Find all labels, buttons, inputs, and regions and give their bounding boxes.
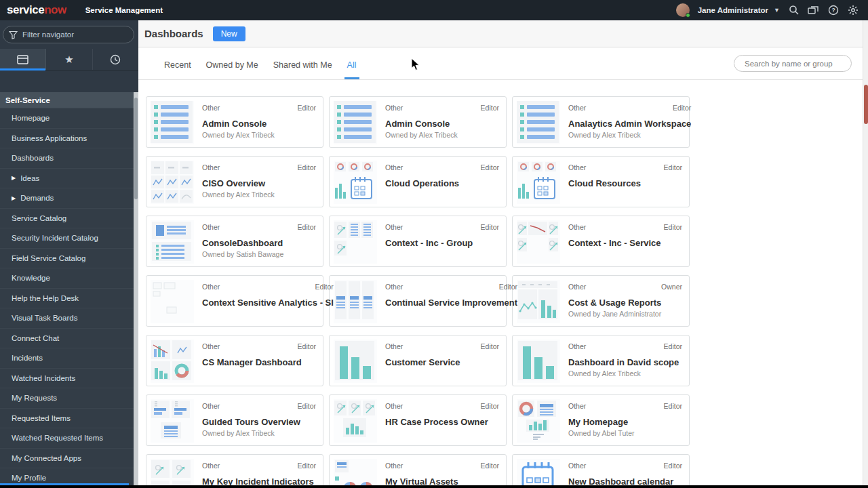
dashboard-card-cs-manager-dashboard[interactable]: OtherEditorCS Manager Dashboard <box>146 335 323 386</box>
sidebar-item-demands[interactable]: ▶Demands <box>0 188 134 209</box>
card-category: Other <box>568 462 586 470</box>
sidebar-item-watched-requested-items[interactable]: Watched Requested Items <box>0 428 134 449</box>
sidebar-item-knowledge[interactable]: Knowledge <box>0 268 134 289</box>
dashboard-card-ciso-overview[interactable]: OtherEditorCISO OverviewOwned by Alex Tr… <box>146 156 323 207</box>
card-role-badge: Editor <box>481 163 499 171</box>
dashboard-card-my-virtual-assets[interactable]: OtherEditorMy Virtual Assets <box>329 454 507 488</box>
svg-text:?: ? <box>831 7 835 14</box>
user-avatar[interactable] <box>676 3 690 17</box>
sidebar-item-label: Help the Help Desk <box>12 294 79 302</box>
dashboard-thumbnail-list-icon <box>151 101 194 144</box>
sidebar-item-label: Requested Items <box>12 414 71 422</box>
sidebar-item-connect-chat[interactable]: Connect Chat <box>0 329 134 349</box>
sidebar-item-field-service-catalog[interactable]: Field Service Catalog <box>0 249 134 269</box>
sidebar-tab-history[interactable] <box>93 49 138 70</box>
dashboard-card-admin-console[interactable]: OtherEditorAdmin ConsoleOwned by Alex Tr… <box>329 96 507 148</box>
sidebar-item-business-applications[interactable]: Business Applications <box>0 129 134 149</box>
dashboard-thumbnail-donut-cal-icon <box>334 161 377 204</box>
search-icon[interactable] <box>788 5 800 16</box>
sidebar-item-requested-items[interactable]: Requested Items <box>0 409 134 429</box>
dashboard-card-hr-case-process-owner[interactable]: OtherEditorHR Case Process Owner <box>329 394 507 446</box>
help-icon[interactable]: ? <box>827 5 839 16</box>
sidebar-item-label: Ideas <box>20 174 39 182</box>
card-title: Context Sensitive Analytics - SI <box>202 298 334 308</box>
card-title: Cloud Operations <box>385 178 499 188</box>
dashboard-card-new-dashboard-calendar[interactable]: OtherEditorNew Dashboard calendar <box>512 454 690 488</box>
servicenow-logo: servicenow <box>7 3 66 17</box>
card-meta: OtherEditorAnalaytics Admin WorkspaceOwn… <box>568 101 691 143</box>
sidebar-scrollbar-thumb[interactable] <box>134 98 138 199</box>
card-title: Admin Console <box>202 119 316 129</box>
dashboard-card-cloud-resources[interactable]: OtherEditorCloud Resources <box>512 156 690 207</box>
tab-owned-by-me[interactable]: Owned by Me <box>201 60 264 79</box>
gear-icon[interactable] <box>847 5 859 16</box>
tab-shared-with-me[interactable]: Shared with Me <box>268 60 338 79</box>
sidebar-item-visual-task-boards[interactable]: Visual Task Boards <box>0 308 134 329</box>
sidebar-item-ideas[interactable]: ▶Ideas <box>0 169 134 189</box>
sidebar-item-homepage[interactable]: Homepage <box>0 108 134 129</box>
sidebar-item-label: Watched Incidents <box>12 374 75 382</box>
sidebar-item-my-requests[interactable]: My Requests <box>0 388 134 409</box>
dashboard-card-guided-tours-overview[interactable]: OtherEditorGuided Tours OverviewOwned by… <box>146 394 323 446</box>
presence-dot-icon <box>686 13 690 18</box>
content-scrollbar[interactable] <box>863 20 868 488</box>
app-title: Service Management <box>85 6 163 14</box>
tab-recent[interactable]: Recent <box>159 60 197 79</box>
new-dashboard-button[interactable]: New <box>213 26 245 41</box>
chevron-down-icon: ▼ <box>774 7 780 14</box>
card-title: Context - Inc - Service <box>568 238 682 248</box>
dashboard-card-context-inc-service[interactable]: OtherEditorContext - Inc - Service <box>512 216 690 267</box>
chat-icon[interactable] <box>808 5 819 16</box>
card-category: Other <box>202 283 220 291</box>
sidebar-tab-favorites[interactable]: ★ <box>46 49 92 70</box>
card-meta: OtherEditorMy Virtual Assets <box>385 459 499 488</box>
dashboard-card-dashboard-in-david-scope[interactable]: OtherEditorDashboard in David scopeOwned… <box>512 335 690 386</box>
dashboard-card-my-homepage[interactable]: OtherEditorMy HomepageOwned by Abel Tute… <box>512 394 690 446</box>
sidebar-item-security-incident-catalog[interactable]: Security Incident Catalog <box>0 228 134 249</box>
dashboard-card-consoledashboard[interactable]: OtherEditorConsoleDashboardOwned by Sati… <box>146 216 323 267</box>
tab-all[interactable]: All <box>342 60 362 79</box>
dashboard-card-my-key-incident-indicators[interactable]: OtherEditorMy Key Incident Indicators <box>146 454 323 488</box>
dashboard-search[interactable] <box>734 55 852 72</box>
card-category: Other <box>202 223 220 231</box>
letterbox-bar <box>0 485 868 488</box>
sidebar-item-help-the-help-desk[interactable]: Help the Help Desk <box>0 289 134 309</box>
sidebar-scrollbar[interactable] <box>134 92 138 488</box>
dashboard-card-cost-usage-reports[interactable]: OtherOwnerCost & Usage ReportsOwned by J… <box>512 275 690 327</box>
sidebar-tab-all-applications[interactable] <box>0 49 46 70</box>
dashboard-thumbnail-faint-icon <box>151 280 194 323</box>
dashboard-card-cloud-operations[interactable]: OtherEditorCloud Operations <box>329 156 507 207</box>
filter-navigator-input[interactable] <box>22 30 128 39</box>
dashboard-thumbnail-grid-lists-icon <box>334 220 377 264</box>
sidebar-item-incidents[interactable]: Incidents <box>0 348 134 369</box>
dashboard-card-customer-service[interactable]: OtherEditorCustomer Service <box>329 335 507 386</box>
dashboard-card-analaytics-admin-workspace[interactable]: OtherEditorAnalaytics Admin WorkspaceOwn… <box>512 96 690 148</box>
dashboard-card-continual-service-improvement[interactable]: OtherEditorContinual Service Improvement <box>329 275 507 327</box>
dashboard-card-context-sensitive-analytics-si[interactable]: OtherEditorContext Sensitive Analytics -… <box>146 275 323 327</box>
card-role-badge: Editor <box>298 104 316 112</box>
sidebar-item-label: Incidents <box>12 354 43 362</box>
sidebar-item-my-connected-apps[interactable]: My Connected Apps <box>0 449 134 469</box>
card-meta: OtherEditorContext - Inc - Service <box>568 220 682 262</box>
user-menu[interactable]: Jane Administrator <box>698 6 768 14</box>
expand-arrow-icon: ▶ <box>12 195 16 201</box>
cards-grid: OtherEditorAdmin ConsoleOwned by Alex Tr… <box>138 81 863 488</box>
dashboard-thumbnail-donut-cal-icon <box>517 161 560 204</box>
card-owner: Owned by Alex Tribeck <box>202 131 316 139</box>
dashboard-tabsbar: RecentOwned by MeShared with MeAll <box>138 47 863 80</box>
filter-navigator[interactable] <box>3 26 134 43</box>
sidebar-item-label: Watched Requested Items <box>12 434 103 442</box>
card-meta: OtherEditorMy HomepageOwned by Abel Tute… <box>568 399 682 441</box>
card-role-badge: Editor <box>481 462 499 470</box>
card-meta: OtherEditorAdmin ConsoleOwned by Alex Tr… <box>202 101 316 143</box>
card-role-badge: Editor <box>298 342 316 350</box>
sidebar-item-dashboards[interactable]: Dashboards <box>0 148 134 169</box>
content-scrollbar-thumb[interactable] <box>864 85 868 124</box>
sidebar-item-service-catalog[interactable]: Service Catalog <box>0 209 134 229</box>
card-meta: OtherEditorContext - Inc - Group <box>385 220 499 262</box>
dashboard-card-admin-console[interactable]: OtherEditorAdmin ConsoleOwned by Alex Tr… <box>146 96 323 148</box>
dashboard-search-input[interactable] <box>745 60 849 68</box>
dashboard-card-context-inc-group[interactable]: OtherEditorContext - Inc - Group <box>329 216 507 267</box>
sidebar-item-watched-incidents[interactable]: Watched Incidents <box>0 369 134 389</box>
card-role-badge: Editor <box>481 342 499 350</box>
